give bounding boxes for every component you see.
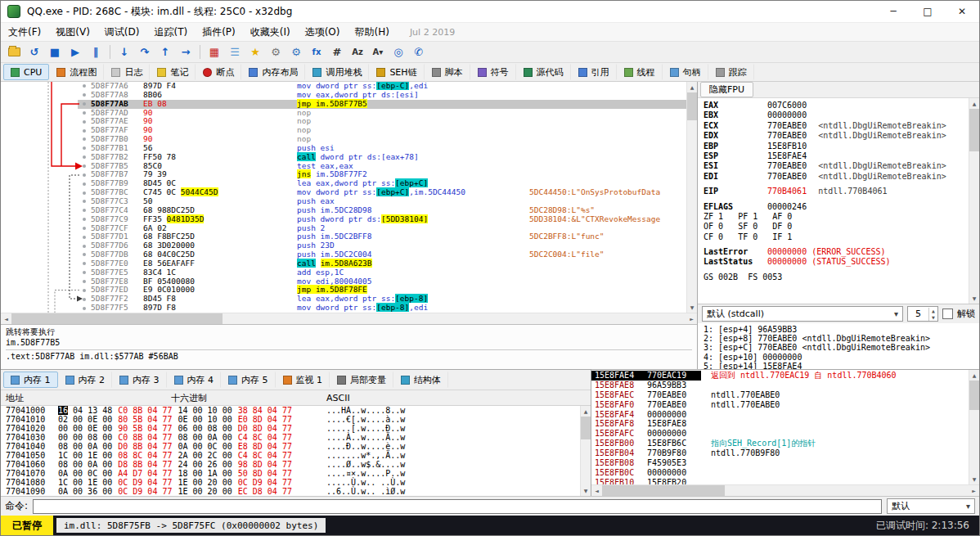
run-to-user-code-button[interactable]: → (176, 43, 196, 61)
stack-row[interactable]: 15E8FB0C00000000 (591, 468, 969, 478)
scroll-down-icon[interactable]: ▼ (969, 474, 979, 484)
tab-seh-chain[interactable]: SEH链 (369, 64, 424, 80)
settings-button[interactable]: ⚙ (266, 43, 285, 61)
hide-fpu-button[interactable]: 隐藏FPU (700, 82, 753, 97)
execute-till-return-button[interactable]: ↑ (155, 43, 175, 61)
menu-item[interactable]: 插件(P) (195, 23, 243, 42)
dump-row[interactable]: 770410700A 00 0C 00A4 D7 04 7718 00 1A 0… (1, 469, 580, 478)
menu-item[interactable]: 追踪(T) (146, 23, 195, 42)
menu-item[interactable]: 文件(F) (1, 23, 48, 42)
register-row[interactable]: EDI770EABE0<ntdll.DbgUiRemoteBreakin> (698, 172, 969, 182)
stack-row[interactable]: 15E8FAF0770EABE0ntdll.770EABE0 (591, 400, 969, 410)
menu-item[interactable]: 视图(V) (48, 23, 97, 42)
register-row[interactable]: LastError00000000 (ERROR_SUCCESS) (698, 247, 969, 257)
dump-row[interactable]: 7704101002 00 0E 0080 5B 04 770E 00 10 0… (1, 415, 580, 424)
scrollbar-thumb[interactable] (687, 92, 697, 120)
scrollbar-thumb[interactable] (969, 109, 979, 151)
tab-references[interactable]: 引用 (571, 64, 617, 80)
dump-row[interactable]: 7704103000 00 08 00C0 8B 04 7708 00 0A 0… (1, 433, 580, 442)
scroll-up-icon[interactable]: ▲ (969, 370, 979, 381)
stack-vscrollbar[interactable]: ▲ ▼ (969, 370, 979, 484)
tab-dump-2[interactable]: 内存 2 (58, 372, 113, 388)
stack-row[interactable]: 15E8FB04770B9F80ntdll.770B9F80 (591, 448, 969, 458)
scroll-down-icon[interactable]: ▼ (687, 302, 697, 313)
stack-row[interactable]: 15E8FB0015E8FB6C指向SEH_Record[1]的指针 (591, 439, 969, 448)
tab-memory-map[interactable]: 内存布局 (241, 64, 305, 80)
patches-button[interactable]: ▦ (205, 43, 224, 61)
spinner-arrows-icon[interactable]: ▲▼ (928, 308, 937, 321)
appearance-button[interactable]: ⚙ (286, 43, 306, 61)
stack-row[interactable]: 15E8FB1015E8FB20 (591, 478, 969, 484)
args-count-spinner[interactable]: 5 ▲▼ (907, 306, 938, 322)
register-row[interactable]: GS 002B FS 0053 (698, 273, 969, 282)
scroll-right-icon[interactable]: ► (686, 313, 697, 324)
attach-button[interactable]: ✆ (409, 43, 429, 61)
register-row[interactable]: EBP15E8FB10 (698, 142, 969, 151)
tab-dump-5[interactable]: 内存 5 (221, 372, 276, 388)
maximize-button[interactable]: □ (910, 1, 945, 23)
scroll-left-icon[interactable]: ◄ (591, 485, 602, 496)
scroll-up-icon[interactable]: ▲ (969, 98, 979, 109)
scroll-down-icon[interactable]: ▼ (581, 485, 591, 496)
tab-symbols[interactable]: 符号 (470, 64, 516, 80)
scroll-up-icon[interactable]: ▲ (687, 82, 697, 92)
calculator-button[interactable]: fx (307, 43, 326, 61)
search-button[interactable]: ◎ (389, 43, 408, 61)
tab-threads[interactable]: 线程 (617, 64, 663, 80)
disasm-row[interactable]: 5D8F77ABEB 08jmp im.5D8F77B5 (1, 100, 686, 109)
tab-log[interactable]: 日志 (104, 64, 150, 80)
disasm-row[interactable]: 5D8F77F5897D F8mov dword ptr ss:[ebp-8],… (1, 304, 686, 313)
scroll-down-icon[interactable]: ▼ (969, 293, 979, 304)
scrollbar-thumb[interactable] (11, 313, 223, 324)
argument-row[interactable]: 2: [esp+8] 770EABE0 <ntdll.DbgUiRemoteBr… (698, 334, 979, 343)
step-into-button[interactable]: ↓ (115, 43, 134, 61)
open-file-button[interactable] (4, 43, 24, 61)
register-row[interactable]: EDX770EABE0<ntdll.DbgUiRemoteBreakin> (698, 131, 969, 141)
tab-dump-4[interactable]: 内存 4 (167, 372, 222, 388)
menu-item[interactable]: 帮助(H) (347, 23, 396, 42)
register-row[interactable]: OF 0 SF 0 DF 0 (698, 222, 969, 232)
command-profile-select[interactable]: 默认 ▾ (887, 498, 975, 514)
scrollbar-thumb[interactable] (602, 485, 725, 496)
disasm-row[interactable]: 5D8F77C9FF35 0481D35Dpush dword ptr ds:[… (1, 215, 686, 224)
tab-struct[interactable]: 结构体 (393, 372, 448, 388)
register-row[interactable]: EBX00000000 (698, 110, 969, 120)
font-options-button[interactable]: A▾ (368, 43, 388, 61)
tab-script[interactable]: 脚本 (425, 64, 470, 80)
argument-row[interactable]: 1: [esp+4] 96A59BB3 (698, 325, 979, 334)
calling-convention-select[interactable]: 默认 (stdcall) ▾ (702, 306, 903, 322)
close-button[interactable]: ✕ (945, 1, 979, 23)
tab-watch-1[interactable]: 监视 1 (276, 372, 330, 388)
dump-row[interactable]: 7704106008 00 0A 00D8 8B 04 7724 00 26 0… (1, 460, 580, 469)
menu-item[interactable]: 调试(D) (97, 23, 147, 42)
register-row[interactable]: EIP770B4061ntdll.770B4061 (698, 187, 969, 196)
register-row[interactable]: ESI770EABE0<ntdll.DbgUiRemoteBreakin> (698, 161, 969, 171)
favourites-button[interactable]: ★ (245, 43, 265, 61)
stack-row[interactable]: 15E8FAE896A59BB3 (591, 381, 969, 390)
stack-row[interactable]: 15E8FAFC00000000 (591, 429, 969, 439)
register-row[interactable]: ECX770EABE0<ntdll.DbgUiRemoteBreakin> (698, 121, 969, 131)
stack-hscrollbar[interactable]: ◄ ► (591, 484, 979, 496)
register-row[interactable]: EAX007C6000 (698, 101, 969, 110)
menu-item[interactable]: 选项(O) (298, 23, 348, 42)
stop-button[interactable]: ■ (45, 43, 65, 61)
argument-row[interactable]: 5: [esp+14] 15E8FAE4 (698, 362, 979, 369)
tab-graph[interactable]: 流程图 (49, 64, 104, 80)
register-row[interactable]: EFLAGS00000246 (698, 202, 969, 212)
step-over-button[interactable]: ↷ (135, 43, 155, 61)
dump-vscrollbar[interactable]: ▲ ▼ (580, 406, 591, 496)
unlock-checkbox[interactable] (942, 309, 953, 319)
restart-button[interactable]: ↺ (25, 43, 44, 61)
scroll-right-icon[interactable]: ► (969, 485, 979, 496)
tab-trace[interactable]: 跟踪 (708, 64, 754, 80)
tab-call-stack[interactable]: 调用堆栈 (305, 64, 369, 80)
stack-row[interactable]: 15E8FAF400000000 (591, 410, 969, 420)
tab-breakpoints[interactable]: 断点 (196, 64, 241, 80)
register-row[interactable]: LastStatus00000000 (STATUS_SUCCESS) (698, 257, 969, 267)
dump-row[interactable]: 7704102000 00 0E 0090 5B 04 7706 00 08 0… (1, 424, 580, 433)
pause-button[interactable]: ‖ (86, 43, 106, 61)
disasm-vscrollbar[interactable]: ▲ ▼ (686, 82, 697, 313)
run-button[interactable]: ▶ (65, 43, 85, 61)
dump-row[interactable]: 7704100016 04 13 48C0 8B 04 7714 00 10 0… (1, 406, 580, 415)
scroll-up-icon[interactable]: ▲ (581, 406, 591, 417)
